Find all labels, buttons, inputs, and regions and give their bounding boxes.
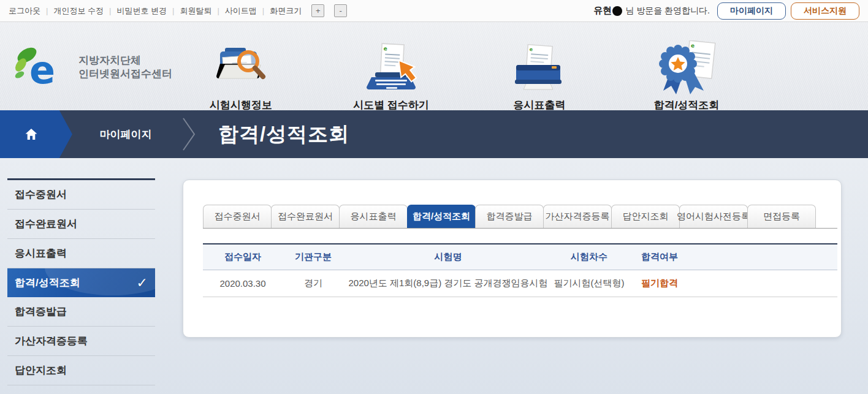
page-title: 합격/성적조회 [218, 110, 349, 158]
tab-english-preregistration[interactable]: 영어시험사전등록 [679, 205, 748, 228]
tab-interview-registration[interactable]: 면접등록 [747, 205, 816, 228]
col-pass-status: 합격여부 [626, 244, 693, 270]
user-name: 유현 [593, 5, 612, 17]
results-table: 접수일자 기관구분 시험명 시험차수 합격여부 2020.03.30 경기 20… [203, 243, 837, 297]
divider: | [172, 6, 174, 15]
tab-completed-applications[interactable]: 접수완료원서 [271, 205, 340, 228]
sidebar-item-completed-applications[interactable]: 접수완료원서 [7, 210, 155, 239]
tab-answer-sheet[interactable]: 답안지조회 [611, 205, 680, 228]
logo-text-line1: 지방자치단체 [78, 55, 141, 66]
tab-pass-score[interactable]: 합격/성적조회 [407, 205, 476, 228]
chevron-right-icon [181, 117, 197, 151]
welcome-message: 유현 님 방문을 환영합니다. [593, 5, 710, 17]
sidebar-item-label: 접수중원서 [15, 188, 67, 202]
quicknav-exam-info[interactable]: e 시험시행정보 [173, 31, 308, 112]
tab-pass-certificate[interactable]: 합격증발급 [475, 205, 544, 228]
tab-print-ticket[interactable]: 응시표출력 [339, 205, 408, 228]
sidebar-item-bonus-certificate[interactable]: 가산자격증등록 [7, 327, 155, 356]
sidebar-item-print-ticket[interactable]: 응시표출력 [7, 239, 155, 268]
site-logo[interactable]: e 지방자치단체 인터넷원서접수센터 [13, 44, 172, 91]
logo-e-leaf-icon: e [13, 44, 72, 91]
withdraw-link[interactable]: 회원탈퇴 [180, 6, 211, 17]
logout-link[interactable]: 로그아웃 [9, 6, 40, 17]
col-exam-name: 시험명 [344, 244, 552, 270]
utility-links: 로그아웃| 개인정보 수정| 비밀번호 변경| 회원탈퇴| 사이트맵| 화면크기… [9, 4, 347, 17]
sidebar-item-pass-certificate[interactable]: 합격증발급 [7, 297, 155, 327]
table-header-row: 접수일자 기관구분 시험명 시험차수 합격여부 [203, 244, 837, 270]
sidebar-item-applications-in-progress[interactable]: 접수중원서 [7, 180, 155, 210]
svg-text:e: e [691, 42, 695, 49]
quicknav-print-ticket[interactable]: e 응시표출력 [472, 31, 607, 112]
svg-text:e: e [383, 45, 387, 51]
sidebar-menu: 접수중원서 접수완료원서 응시표출력 합격/성적조회 ✓ 합격증발급 가산자격증… [7, 178, 155, 385]
printer-icon: e [472, 31, 607, 97]
cell-spacer [693, 270, 837, 297]
font-increase-button[interactable]: + [311, 4, 324, 17]
col-exam-round: 시험차수 [552, 244, 626, 270]
logo-text-line2: 인터넷원서접수센터 [78, 68, 172, 80]
edit-profile-link[interactable]: 개인정보 수정 [53, 6, 104, 17]
sidebar-item-label: 접수완료원서 [15, 217, 77, 231]
sidebar-item-pass-score[interactable]: 합격/성적조회 ✓ [7, 268, 155, 297]
sidebar-item-answer-sheet[interactable]: 답안지조회 [7, 356, 155, 385]
home-icon [25, 128, 38, 140]
site-header: e 지방자치단체 인터넷원서접수센터 e [0, 22, 868, 110]
cell-pass-status: 필기합격 [626, 270, 693, 297]
tab-strip: 접수중원서 접수완료원서 응시표출력 합격/성적조회 합격증발급 가산자격증등록… [203, 205, 837, 229]
tab-applications-in-progress[interactable]: 접수중원서 [203, 205, 272, 228]
quicknav-pass-score[interactable]: e 합격/성적조회 [619, 31, 754, 112]
sitemap-link[interactable]: 사이트맵 [225, 6, 257, 17]
breadcrumb-home[interactable] [0, 110, 72, 158]
font-size-label: 화면크기 [270, 6, 302, 17]
folder-search-icon: e [173, 31, 308, 97]
cell-exam-name: 2020년도 제1회(8,9급) 경기도 공개경쟁임용시험 [344, 270, 552, 297]
sidebar-item-label: 답안지조회 [15, 363, 67, 377]
table-row[interactable]: 2020.03.30 경기 2020년도 제1회(8,9급) 경기도 공개경쟁임… [203, 270, 837, 297]
tab-bonus-certificate[interactable]: 가산자격증등록 [543, 205, 612, 228]
service-support-button[interactable]: 서비스지원 [791, 2, 859, 20]
check-icon: ✓ [137, 275, 148, 291]
col-spacer [693, 244, 837, 270]
laptop-apply-icon: e [324, 31, 459, 97]
col-receipt-date: 접수일자 [203, 244, 283, 270]
divider: | [109, 6, 111, 15]
welcome-text: 님 방문을 환영합니다. [625, 6, 710, 17]
sidebar-item-label: 합격증발급 [15, 305, 67, 319]
col-agency: 기관구분 [283, 244, 344, 270]
sidebar-item-label: 가산자격증등록 [15, 334, 88, 348]
quicknav-apply-by-region[interactable]: e 시도별 접수하기 [324, 31, 459, 112]
utility-bar: 로그아웃| 개인정보 수정| 비밀번호 변경| 회원탈퇴| 사이트맵| 화면크기… [0, 0, 868, 22]
mypage-button[interactable]: 마이페이지 [717, 2, 786, 20]
svg-text:e: e [29, 48, 55, 88]
cell-receipt-date: 2020.03.30 [203, 270, 283, 297]
cell-exam-round: 필기시험(선택형) [552, 270, 626, 297]
divider: | [46, 6, 48, 15]
breadcrumb-bar: 마이페이지 합격/성적조회 [0, 110, 868, 158]
divider: | [217, 6, 219, 15]
sidebar-item-label: 합격/성적조회 [15, 276, 80, 290]
breadcrumb-section[interactable]: 마이페이지 [92, 110, 159, 158]
content-area: 접수중원서 접수완료원서 응시표출력 합격/성적조회 ✓ 합격증발급 가산자격증… [0, 158, 868, 394]
change-password-link[interactable]: 비밀번호 변경 [116, 6, 167, 17]
name-privacy-mask [612, 6, 622, 16]
divider: | [262, 6, 264, 15]
font-decrease-button[interactable]: - [334, 4, 347, 17]
ribbon-medal-icon: e [619, 31, 754, 97]
main-panel: 접수중원서 접수완료원서 응시표출력 합격/성적조회 합격증발급 가산자격증등록… [183, 180, 842, 338]
cell-agency: 경기 [283, 270, 344, 297]
sidebar-item-label: 응시표출력 [15, 246, 67, 260]
